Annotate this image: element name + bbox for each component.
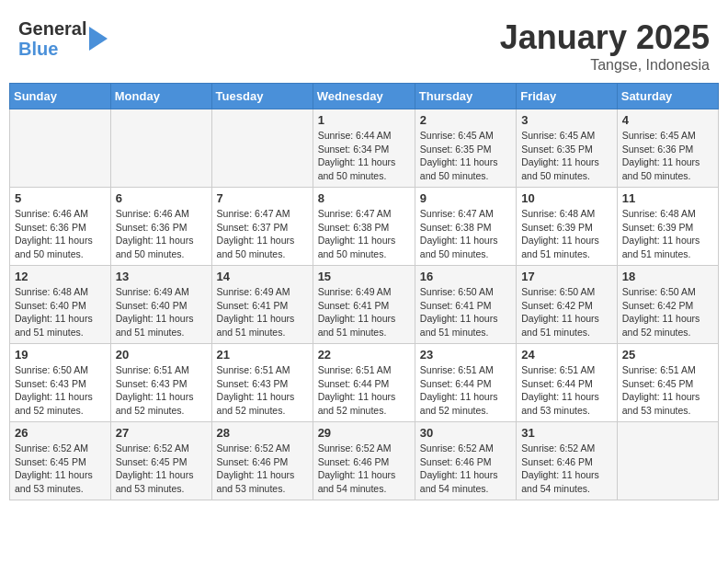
calendar-day-cell: 9Sunrise: 6:47 AMSunset: 6:38 PMDaylight…: [415, 188, 516, 266]
calendar-day-cell: 23Sunrise: 6:51 AMSunset: 6:44 PMDayligh…: [415, 344, 516, 422]
day-info: Sunrise: 6:51 AMSunset: 6:44 PMDaylight:…: [521, 363, 612, 418]
day-number: 16: [420, 270, 511, 283]
calendar-day-cell: [617, 422, 718, 500]
calendar-week-row: 5Sunrise: 6:46 AMSunset: 6:36 PMDaylight…: [10, 188, 719, 266]
calendar-day-cell: 2Sunrise: 6:45 AMSunset: 6:35 PMDaylight…: [415, 109, 516, 188]
calendar-table: SundayMondayTuesdayWednesdayThursdayFrid…: [9, 83, 719, 500]
day-info: Sunrise: 6:50 AMSunset: 6:42 PMDaylight:…: [521, 285, 612, 339]
calendar-week-row: 12Sunrise: 6:48 AMSunset: 6:40 PMDayligh…: [10, 266, 719, 344]
day-info: Sunrise: 6:46 AMSunset: 6:36 PMDaylight:…: [15, 207, 106, 261]
calendar-day-cell: 20Sunrise: 6:51 AMSunset: 6:43 PMDayligh…: [110, 344, 211, 422]
day-info: Sunrise: 6:45 AMSunset: 6:36 PMDaylight:…: [622, 129, 713, 183]
day-info: Sunrise: 6:52 AMSunset: 6:46 PMDaylight:…: [521, 442, 612, 496]
calendar-header-row: SundayMondayTuesdayWednesdayThursdayFrid…: [10, 84, 719, 109]
day-number: 15: [318, 270, 410, 283]
day-info: Sunrise: 6:48 AMSunset: 6:39 PMDaylight:…: [521, 207, 612, 261]
day-number: 21: [217, 348, 308, 362]
day-info: Sunrise: 6:47 AMSunset: 6:37 PMDaylight:…: [217, 207, 308, 261]
day-number: 13: [116, 270, 207, 283]
day-number: 28: [217, 426, 308, 440]
day-info: Sunrise: 6:52 AMSunset: 6:46 PMDaylight:…: [318, 442, 410, 496]
day-number: 6: [116, 191, 207, 205]
day-info: Sunrise: 6:52 AMSunset: 6:45 PMDaylight:…: [15, 442, 106, 496]
calendar-day-cell: 16Sunrise: 6:50 AMSunset: 6:41 PMDayligh…: [415, 266, 516, 344]
calendar-day-cell: 17Sunrise: 6:50 AMSunset: 6:42 PMDayligh…: [517, 266, 618, 344]
calendar-day-cell: 6Sunrise: 6:46 AMSunset: 6:36 PMDaylight…: [110, 188, 211, 266]
day-of-week-header: Sunday: [10, 84, 111, 109]
day-info: Sunrise: 6:47 AMSunset: 6:38 PMDaylight:…: [318, 207, 410, 261]
calendar-day-cell: 24Sunrise: 6:51 AMSunset: 6:44 PMDayligh…: [517, 344, 618, 422]
calendar-day-cell: 8Sunrise: 6:47 AMSunset: 6:38 PMDaylight…: [313, 188, 415, 266]
day-info: Sunrise: 6:44 AMSunset: 6:34 PMDaylight:…: [318, 129, 410, 183]
day-number: 24: [521, 348, 612, 362]
day-number: 20: [116, 348, 207, 362]
day-info: Sunrise: 6:50 AMSunset: 6:42 PMDaylight:…: [622, 285, 713, 339]
day-of-week-header: Thursday: [415, 84, 516, 109]
day-info: Sunrise: 6:45 AMSunset: 6:35 PMDaylight:…: [420, 129, 511, 183]
day-info: Sunrise: 6:51 AMSunset: 6:43 PMDaylight:…: [217, 363, 308, 418]
day-info: Sunrise: 6:51 AMSunset: 6:44 PMDaylight:…: [318, 363, 410, 418]
calendar-day-cell: 13Sunrise: 6:49 AMSunset: 6:40 PMDayligh…: [110, 266, 211, 344]
day-number: 14: [217, 270, 308, 283]
calendar-day-cell: 21Sunrise: 6:51 AMSunset: 6:43 PMDayligh…: [211, 344, 313, 422]
logo-blue: Blue: [18, 39, 86, 59]
calendar-week-row: 26Sunrise: 6:52 AMSunset: 6:45 PMDayligh…: [10, 422, 719, 500]
day-info: Sunrise: 6:50 AMSunset: 6:41 PMDaylight:…: [420, 285, 511, 339]
day-number: 5: [15, 191, 106, 205]
day-info: Sunrise: 6:52 AMSunset: 6:46 PMDaylight:…: [420, 442, 511, 496]
calendar-day-cell: 31Sunrise: 6:52 AMSunset: 6:46 PMDayligh…: [517, 422, 618, 500]
calendar-day-cell: 12Sunrise: 6:48 AMSunset: 6:40 PMDayligh…: [10, 266, 111, 344]
day-number: 18: [622, 270, 713, 283]
day-of-week-header: Wednesday: [313, 84, 415, 109]
calendar-day-cell: 15Sunrise: 6:49 AMSunset: 6:41 PMDayligh…: [313, 266, 415, 344]
logo: General Blue: [18, 18, 108, 59]
calendar-day-cell: [110, 109, 211, 188]
logo-arrow-icon: [89, 27, 108, 51]
day-number: 2: [420, 113, 511, 127]
day-number: 12: [15, 270, 106, 283]
day-number: 8: [318, 191, 410, 205]
calendar-day-cell: 1Sunrise: 6:44 AMSunset: 6:34 PMDaylight…: [313, 109, 415, 188]
day-of-week-header: Friday: [517, 84, 618, 109]
day-number: 29: [318, 426, 410, 440]
day-number: 4: [622, 113, 713, 127]
calendar-week-row: 19Sunrise: 6:50 AMSunset: 6:43 PMDayligh…: [10, 344, 719, 422]
day-of-week-header: Monday: [110, 84, 211, 109]
day-info: Sunrise: 6:51 AMSunset: 6:43 PMDaylight:…: [116, 363, 207, 418]
day-number: 10: [521, 191, 612, 205]
day-number: 31: [521, 426, 612, 440]
calendar-day-cell: 19Sunrise: 6:50 AMSunset: 6:43 PMDayligh…: [10, 344, 111, 422]
day-number: 7: [217, 191, 308, 205]
day-of-week-header: Saturday: [617, 84, 718, 109]
day-number: 22: [318, 348, 410, 362]
day-info: Sunrise: 6:47 AMSunset: 6:38 PMDaylight:…: [420, 207, 511, 261]
calendar-day-cell: 3Sunrise: 6:45 AMSunset: 6:35 PMDaylight…: [517, 109, 618, 188]
page-header: General Blue January 2025 Tangse, Indone…: [9, 9, 719, 78]
calendar-week-row: 1Sunrise: 6:44 AMSunset: 6:34 PMDaylight…: [10, 109, 719, 188]
calendar-day-cell: 5Sunrise: 6:46 AMSunset: 6:36 PMDaylight…: [10, 188, 111, 266]
day-info: Sunrise: 6:49 AMSunset: 6:41 PMDaylight:…: [318, 285, 410, 339]
calendar-day-cell: 25Sunrise: 6:51 AMSunset: 6:45 PMDayligh…: [617, 344, 718, 422]
day-info: Sunrise: 6:48 AMSunset: 6:39 PMDaylight:…: [622, 207, 713, 261]
logo-general: General: [18, 18, 86, 39]
day-number: 30: [420, 426, 511, 440]
day-info: Sunrise: 6:52 AMSunset: 6:45 PMDaylight:…: [116, 442, 207, 496]
day-number: 19: [15, 348, 106, 362]
day-of-week-header: Tuesday: [211, 84, 313, 109]
day-number: 11: [622, 191, 713, 205]
title-area: January 2025 Tangse, Indonesia: [500, 18, 710, 74]
calendar-day-cell: 18Sunrise: 6:50 AMSunset: 6:42 PMDayligh…: [617, 266, 718, 344]
day-info: Sunrise: 6:50 AMSunset: 6:43 PMDaylight:…: [15, 363, 106, 418]
calendar-day-cell: 10Sunrise: 6:48 AMSunset: 6:39 PMDayligh…: [517, 188, 618, 266]
day-number: 17: [521, 270, 612, 283]
svg-marker-0: [89, 27, 108, 51]
day-info: Sunrise: 6:49 AMSunset: 6:40 PMDaylight:…: [116, 285, 207, 339]
day-number: 26: [15, 426, 106, 440]
day-info: Sunrise: 6:45 AMSunset: 6:35 PMDaylight:…: [521, 129, 612, 183]
day-number: 9: [420, 191, 511, 205]
day-number: 27: [116, 426, 207, 440]
day-number: 23: [420, 348, 511, 362]
location-title: Tangse, Indonesia: [500, 57, 710, 74]
calendar-day-cell: 26Sunrise: 6:52 AMSunset: 6:45 PMDayligh…: [10, 422, 111, 500]
calendar-day-cell: [10, 109, 111, 188]
